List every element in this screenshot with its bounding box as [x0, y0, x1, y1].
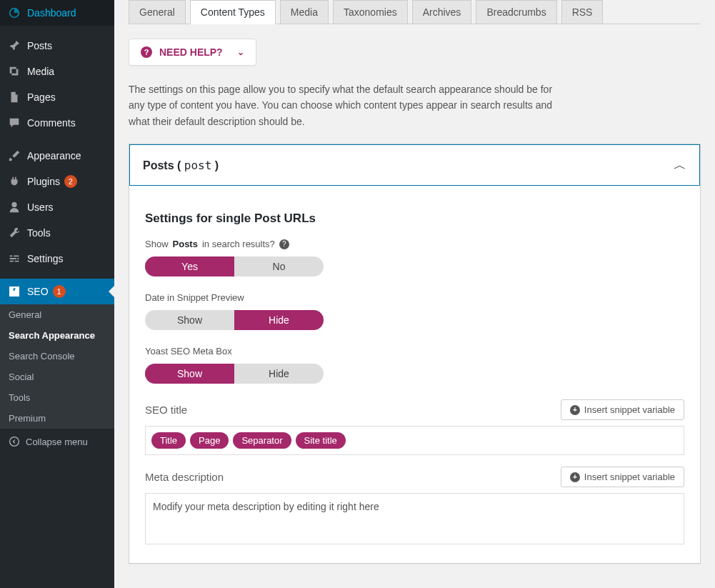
- need-help-button[interactable]: ? NEED HELP? ⌄: [129, 39, 256, 66]
- panel-title-text: Posts: [143, 159, 174, 171]
- sidebar-item-label: Settings: [27, 253, 64, 264]
- sidebar-item-label: Pages: [27, 91, 56, 103]
- collapse-icon: [7, 434, 21, 449]
- sidebar-item-seo[interactable]: SEO 1: [0, 279, 114, 304]
- sidebar-item-dashboard[interactable]: Dashboard: [0, 0, 114, 26]
- snippet-tag[interactable]: Site title: [296, 432, 346, 449]
- sidebar-item-label: Media: [27, 66, 54, 77]
- tab-media[interactable]: Media: [280, 0, 329, 24]
- date-snippet-label: Date in Snippet Preview: [145, 292, 684, 303]
- comment-icon: [7, 116, 21, 130]
- sidebar-item-label: Comments: [27, 117, 76, 129]
- panel-body: Settings for single Post URLs Show Posts…: [129, 186, 700, 563]
- plugins-badge: 2: [64, 175, 77, 188]
- yoast-icon: [7, 284, 21, 299]
- section-title: Settings for single Post URLs: [145, 211, 684, 226]
- meta-description-input[interactable]: Modify your meta description by editing …: [145, 493, 684, 544]
- tab-archives[interactable]: Archives: [412, 0, 472, 24]
- insert-snippet-button[interactable]: + Insert snippet variable: [561, 399, 684, 420]
- sidebar-item-label: Dashboard: [27, 7, 76, 19]
- sidebar-item-settings[interactable]: Settings: [0, 246, 114, 271]
- submenu-search-appearance[interactable]: Search Appearance: [0, 325, 114, 346]
- media-icon: [7, 64, 21, 79]
- tab-taxonomies[interactable]: Taxonomies: [333, 0, 408, 24]
- collapse-menu[interactable]: Collapse menu: [0, 429, 114, 454]
- plus-circle-icon: +: [570, 405, 580, 415]
- plug-icon: [7, 174, 21, 189]
- toggle-show[interactable]: Show: [145, 310, 234, 330]
- seo-title-row: SEO title + Insert snippet variable: [145, 399, 684, 420]
- sidebar-item-pages[interactable]: Pages: [0, 84, 114, 110]
- show-in-results-toggle: Yes No: [145, 256, 324, 276]
- snippet-tag[interactable]: Page: [190, 432, 229, 449]
- tab-content-types[interactable]: Content Types: [190, 0, 276, 24]
- collapse-label: Collapse menu: [26, 437, 88, 447]
- sidebar-item-label: SEO: [27, 286, 49, 297]
- toggle-hide[interactable]: Hide: [234, 364, 324, 384]
- submenu-premium[interactable]: Premium: [0, 408, 114, 429]
- chevron-up-icon: ︿: [674, 156, 686, 174]
- need-help-label: NEED HELP?: [159, 46, 223, 58]
- tab-breadcrumbs[interactable]: Breadcrumbs: [476, 0, 556, 24]
- posts-panel: Posts ( post ) ︿ Settings for single Pos…: [129, 144, 701, 564]
- svg-point-0: [10, 437, 19, 447]
- date-snippet-toggle: Show Hide: [145, 310, 324, 330]
- sidebar-item-appearance[interactable]: Appearance: [0, 143, 114, 169]
- snippet-tag[interactable]: Title: [151, 432, 186, 449]
- sidebar-item-label: Users: [27, 201, 54, 213]
- brush-icon: [7, 149, 21, 163]
- meta-box-label: Yoast SEO Meta Box: [145, 346, 684, 357]
- wrench-icon: [7, 226, 21, 240]
- page-icon: [7, 90, 21, 104]
- meta-desc-row: Meta description + Insert snippet variab…: [145, 467, 684, 487]
- dashboard-icon: [7, 6, 21, 20]
- plus-circle-icon: +: [570, 472, 580, 482]
- seo-badge: 1: [53, 285, 66, 298]
- admin-sidebar: Dashboard Posts Media Pages Comments App…: [0, 0, 114, 588]
- tab-rss[interactable]: RSS: [561, 0, 604, 24]
- panel-title-paren: ( post ): [177, 159, 219, 171]
- sidebar-item-posts[interactable]: Posts: [0, 33, 114, 59]
- panel-header[interactable]: Posts ( post ) ︿: [129, 144, 700, 186]
- meta-desc-label: Meta description: [145, 471, 224, 483]
- tab-bar: General Content Types Media Taxonomies A…: [129, 0, 701, 24]
- toggle-show[interactable]: Show: [145, 364, 234, 384]
- sidebar-item-label: Tools: [27, 227, 51, 239]
- seo-title-input[interactable]: Title Page Separator Site title: [145, 426, 684, 455]
- help-icon[interactable]: ?: [279, 239, 289, 249]
- sidebar-item-users[interactable]: Users: [0, 194, 114, 220]
- seo-submenu: General Search Appearance Search Console…: [0, 304, 114, 429]
- main-content: General Content Types Media Taxonomies A…: [114, 0, 715, 588]
- toggle-yes[interactable]: Yes: [145, 256, 234, 276]
- sidebar-item-media[interactable]: Media: [0, 59, 114, 84]
- pin-icon: [7, 39, 21, 53]
- toggle-hide[interactable]: Hide: [234, 310, 324, 330]
- tab-general[interactable]: General: [129, 0, 186, 24]
- user-icon: [7, 200, 21, 214]
- toggle-no[interactable]: No: [234, 256, 324, 276]
- sliders-icon: [7, 251, 21, 266]
- show-in-results-label: Show Posts in search results? ?: [145, 239, 684, 249]
- sidebar-item-plugins[interactable]: Plugins 2: [0, 169, 114, 194]
- panel-title-code: post: [184, 159, 212, 172]
- panel-title: Posts ( post ): [143, 159, 219, 172]
- snippet-tag[interactable]: Separator: [233, 432, 291, 449]
- sidebar-item-label: Plugins: [27, 176, 60, 187]
- submenu-general[interactable]: General: [0, 304, 114, 325]
- insert-snippet-button-2[interactable]: + Insert snippet variable: [561, 467, 684, 487]
- sidebar-item-label: Appearance: [27, 150, 81, 161]
- seo-title-label: SEO title: [145, 404, 187, 416]
- sidebar-item-label: Posts: [27, 40, 52, 51]
- chevron-down-icon: ⌄: [237, 47, 244, 57]
- submenu-search-console[interactable]: Search Console: [0, 346, 114, 367]
- submenu-social[interactable]: Social: [0, 367, 114, 387]
- intro-text: The settings on this page allow you to s…: [129, 81, 557, 129]
- submenu-tools[interactable]: Tools: [0, 387, 114, 408]
- sidebar-item-comments[interactable]: Comments: [0, 110, 114, 136]
- question-icon: ?: [141, 46, 152, 58]
- meta-box-toggle: Show Hide: [145, 364, 324, 384]
- sidebar-item-tools[interactable]: Tools: [0, 220, 114, 246]
